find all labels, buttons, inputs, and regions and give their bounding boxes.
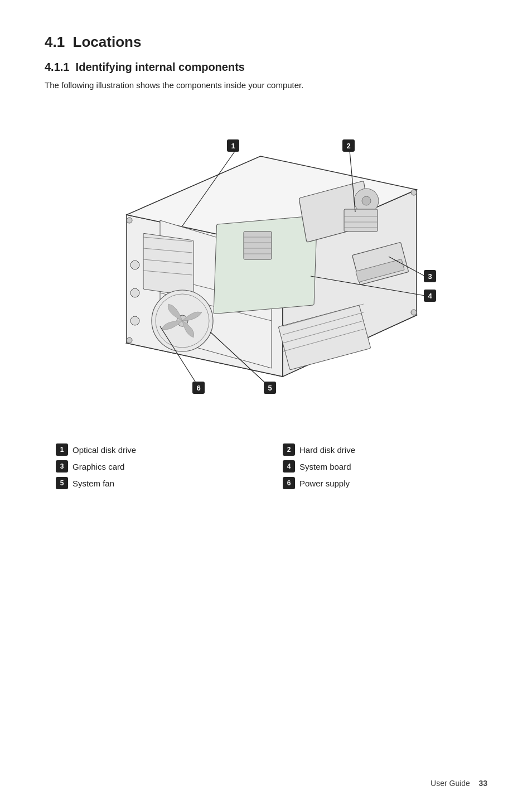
svg-text:5: 5 xyxy=(268,384,272,392)
badge-4: 4 xyxy=(283,460,295,472)
label-4: System board xyxy=(299,462,351,471)
intro-paragraph: The following illustration shows the com… xyxy=(45,80,487,90)
svg-point-38 xyxy=(127,218,132,223)
svg-rect-7 xyxy=(143,233,194,296)
label-5: System fan xyxy=(72,479,114,488)
page-footer: User Guide 33 xyxy=(431,779,487,788)
svg-point-41 xyxy=(411,310,417,315)
diagram-container: 1 2 3 4 5 6 xyxy=(45,103,487,427)
label-1: Optical disk drive xyxy=(72,445,136,455)
svg-point-35 xyxy=(130,261,139,269)
subsection-heading: 4.1.1 Identifying internal components xyxy=(45,61,487,74)
component-legend: 1 Optical disk drive 2 Hard disk drive 3… xyxy=(56,443,487,489)
section-heading: 4.1 Locations xyxy=(45,33,487,51)
legend-item-4: 4 System board xyxy=(283,460,487,472)
legend-item-2: 2 Hard disk drive xyxy=(283,443,487,456)
page-number: 33 xyxy=(478,779,487,788)
svg-text:6: 6 xyxy=(196,384,200,392)
svg-rect-12 xyxy=(214,215,317,314)
legend-item-6: 6 Power supply xyxy=(283,477,487,489)
svg-rect-26 xyxy=(344,209,378,232)
svg-text:1: 1 xyxy=(231,142,235,150)
badge-1: 1 xyxy=(56,443,68,456)
legend-item-5: 5 System fan xyxy=(56,477,260,489)
svg-point-23 xyxy=(362,196,371,205)
svg-rect-13 xyxy=(244,232,272,259)
svg-text:2: 2 xyxy=(346,142,350,150)
svg-point-39 xyxy=(127,338,132,343)
svg-text:3: 3 xyxy=(428,272,432,281)
footer-label: User Guide xyxy=(431,779,470,788)
badge-2: 2 xyxy=(283,443,295,456)
legend-item-1: 1 Optical disk drive xyxy=(56,443,260,456)
svg-point-36 xyxy=(130,288,139,297)
label-2: Hard disk drive xyxy=(299,445,355,455)
label-6: Power supply xyxy=(299,479,350,488)
svg-point-40 xyxy=(411,190,417,195)
svg-point-37 xyxy=(130,316,139,325)
label-3: Graphics card xyxy=(72,462,124,471)
badge-3: 3 xyxy=(56,460,68,472)
page: 4.1 Locations 4.1.1 Identifying internal… xyxy=(0,0,532,810)
svg-text:4: 4 xyxy=(428,292,432,300)
computer-diagram: 1 2 3 4 5 6 xyxy=(71,103,461,416)
badge-6: 6 xyxy=(283,477,295,489)
badge-5: 5 xyxy=(56,477,68,489)
legend-item-3: 3 Graphics card xyxy=(56,460,260,472)
